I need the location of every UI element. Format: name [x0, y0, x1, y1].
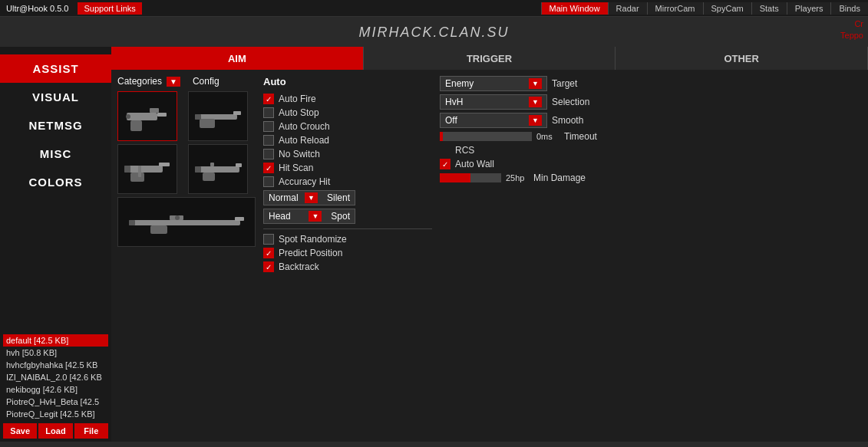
panel-tab-other[interactable]: OTHER — [616, 47, 868, 70]
weapon-cell-shotgun[interactable] — [188, 91, 248, 141]
top-right-info: Cr Teppo — [836, 17, 868, 44]
timeout-slider-fill — [440, 132, 443, 141]
auto-stop-checkbox[interactable] — [263, 107, 274, 118]
target-dropdown[interactable]: Enemy ▼ — [440, 76, 547, 91]
weapon-grid — [117, 91, 256, 247]
auto-stop-row: Auto Stop — [263, 107, 432, 118]
config-item-piotreq-legit[interactable]: PiotreQ_Legit [42.5 KB] — [3, 408, 108, 420]
panel-tabs: AIM TRIGGER OTHER — [111, 47, 868, 70]
auto-wall-checkbox[interactable] — [440, 159, 451, 169]
panel-tab-aim[interactable]: AIM — [111, 47, 364, 70]
svg-rect-11 — [159, 163, 170, 166]
no-switch-label: No Switch — [279, 149, 320, 159]
spot-randomize-row: Spot Randomize — [263, 234, 432, 245]
min-damage-value: 25hp — [506, 173, 529, 182]
panel-tab-trigger[interactable]: TRIGGER — [364, 47, 616, 70]
accuracy-hit-row: Accuracy Hit — [263, 176, 432, 187]
backtrack-label: Backtrack — [279, 261, 319, 272]
categories-header: Categories ▼ Config — [117, 76, 256, 87]
tab-stats[interactable]: Stats — [751, 2, 787, 15]
tab-players[interactable]: Players — [787, 2, 831, 15]
svg-rect-8 — [195, 114, 201, 120]
config-item-nekibogg[interactable]: nekibogg [42.6 KB] — [3, 383, 108, 396]
config-item-izi[interactable]: IZI_NAIBAL_2.0 [42.6 KB — [3, 371, 108, 383]
config-item-hvh[interactable]: hvh [50.8 KB] — [3, 347, 108, 359]
sidebar-item-colors[interactable]: COLORS — [0, 168, 111, 196]
predict-position-checkbox[interactable] — [263, 248, 274, 258]
smooth-dropdown[interactable]: Off ▼ — [440, 113, 547, 128]
logo: MIRHACK.CLAN.SU — [0, 17, 868, 45]
sidebar-item-misc[interactable]: MISC — [0, 140, 111, 168]
sidebar-item-visual[interactable]: VISUAL — [0, 83, 111, 111]
app-title: Ultr@Hook 0.5.0 — [0, 2, 74, 15]
auto-reload-label: Auto Reload — [279, 135, 329, 146]
head-dropdown-row: Head ▼ Spot — [263, 209, 432, 224]
min-damage-label: Min Damage — [533, 173, 586, 183]
categories-label: Categories — [117, 76, 162, 87]
file-button[interactable]: File — [74, 423, 108, 439]
timeout-slider[interactable] — [440, 132, 532, 141]
sidebar-item-assist[interactable]: ASSIST — [0, 54, 111, 83]
weapon-cell-rifle[interactable] — [188, 144, 248, 194]
min-damage-fill — [440, 173, 470, 182]
auto-fire-checkbox[interactable] — [263, 94, 274, 104]
svg-rect-16 — [236, 163, 242, 167]
categories-dropdown-arrow[interactable]: ▼ — [167, 77, 180, 87]
tab-spycam[interactable]: SpyCam — [703, 2, 751, 15]
hit-scan-row: Hit Scan — [263, 163, 432, 173]
aim-section: Auto Auto Fire Auto Stop Auto Crouch — [263, 76, 432, 435]
mode-section: Enemy ▼ Target HvH ▼ Selection Off — [440, 76, 862, 435]
config-list: default [42.5 KB] hvh [50.8 KB] hvhcfgby… — [0, 331, 111, 442]
tab-radar[interactable]: Radar — [608, 2, 647, 15]
no-switch-row: No Switch — [263, 149, 432, 159]
weapon-pistol-image — [120, 95, 174, 137]
svg-rect-19 — [129, 220, 240, 225]
weapon-cell-pistol[interactable] — [117, 91, 177, 141]
min-damage-slider[interactable] — [440, 173, 501, 182]
auto-reload-checkbox[interactable] — [263, 135, 274, 146]
no-switch-checkbox[interactable] — [263, 149, 274, 159]
auto-fire-label: Auto Fire — [279, 94, 316, 104]
predict-position-row: Predict Position — [263, 248, 432, 258]
config-buttons: Save Load File — [3, 423, 108, 439]
svg-point-24 — [175, 215, 180, 220]
rcs-row: RCS — [440, 145, 862, 156]
svg-rect-17 — [195, 166, 201, 173]
auto-label: Auto — [263, 76, 286, 87]
min-damage-row: 25hp Min Damage — [440, 173, 862, 183]
svg-rect-3 — [157, 113, 167, 117]
svg-rect-20 — [150, 225, 167, 234]
svg-rect-21 — [235, 217, 244, 221]
support-links-button[interactable]: Support Links — [78, 2, 141, 15]
weapon-smg-image — [120, 148, 174, 190]
accuracy-hit-checkbox[interactable] — [263, 176, 274, 187]
load-button[interactable]: Load — [38, 423, 72, 439]
normal-dropdown-arrow: ▼ — [305, 192, 318, 203]
svg-rect-0 — [127, 113, 157, 120]
tab-mirrorcam[interactable]: MirrorCam — [647, 2, 703, 15]
selection-row: HvH ▼ Selection — [440, 94, 862, 110]
backtrack-checkbox[interactable] — [263, 261, 274, 272]
normal-dropdown[interactable]: Normal ▼ Silent — [263, 190, 355, 205]
accuracy-hit-label: Accuracy Hit — [279, 176, 330, 187]
weapon-cell-sniper[interactable] — [117, 197, 256, 247]
sidebar-item-netmsg[interactable]: NETMSG — [0, 111, 111, 140]
weapon-cell-smg[interactable] — [117, 144, 177, 194]
head-dropdown[interactable]: Head ▼ Spot — [263, 209, 355, 224]
config-item-hvhcfg[interactable]: hvhcfgbyhahka [42.5 KB — [3, 359, 108, 371]
sidebar: ASSIST VISUAL NETMSG MISC COLORS default… — [0, 47, 111, 442]
config-item-default[interactable]: default [42.5 KB] — [3, 334, 108, 347]
weapon-rifle-image — [191, 148, 245, 190]
auto-crouch-checkbox[interactable] — [263, 121, 274, 132]
save-button[interactable]: Save — [3, 423, 37, 439]
spot-randomize-checkbox[interactable] — [263, 234, 274, 245]
tab-main-window[interactable]: Main Window — [541, 2, 608, 15]
auto-wall-row: Auto Wall — [440, 159, 862, 169]
config-item-piotreq-hvh[interactable]: PiotreQ_HvH_Beta [42.5 — [3, 396, 108, 408]
svg-rect-14 — [195, 166, 239, 173]
tab-binds[interactable]: Binds — [830, 2, 868, 15]
svg-rect-12 — [124, 166, 130, 173]
selection-dropdown[interactable]: HvH ▼ — [440, 94, 547, 110]
timeout-row: 0ms Timeout — [440, 131, 862, 142]
hit-scan-checkbox[interactable] — [263, 163, 274, 173]
